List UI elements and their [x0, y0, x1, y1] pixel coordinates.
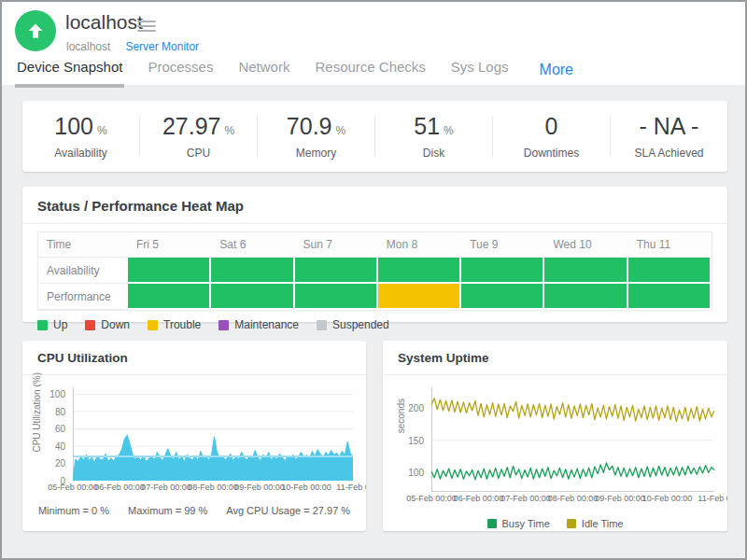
- heat-map-col-fri-5: Fri 5: [128, 232, 211, 258]
- heat-map-cell-availability-fri-5[interactable]: [128, 258, 211, 284]
- y-tick-label: 60: [55, 424, 65, 434]
- cpu-stat-text: Avg CPU Usage = 27.97 %: [226, 505, 350, 516]
- uptime-x-axis-labels: 05-Feb 00:0006-Feb 00:0007-Feb 00:0008-F…: [431, 492, 714, 504]
- stat-number: 51: [414, 113, 440, 139]
- legend-label: Suspended: [332, 318, 389, 331]
- heat-map-cell-performance-tue-9[interactable]: [461, 284, 544, 310]
- heat-map-title: Status / Performance Heat Map: [22, 187, 727, 224]
- tab-processes[interactable]: Processes: [146, 55, 215, 88]
- x-tick-label: 06-Feb 00:00: [454, 494, 504, 503]
- legend-swatch-up: [37, 320, 48, 330]
- heat-map-cell-availability-wed-10[interactable]: [544, 258, 627, 284]
- heat-map-cell-availability-sun-7[interactable]: [295, 258, 378, 284]
- heat-map-col-sat-6: Sat 6: [211, 232, 294, 258]
- uptime-y-axis-label: seconds: [396, 399, 406, 433]
- stat-sla-achieved: - NA -SLA Achieved: [611, 113, 727, 160]
- stat-unit: %: [224, 124, 234, 137]
- system-uptime-card: System Uptime seconds 100150200 05-Feb 0…: [383, 341, 727, 531]
- heat-map-cell-performance-thu-11[interactable]: [628, 284, 712, 310]
- heat-map-row-availability: Availability: [38, 258, 712, 284]
- legend-item-up: Up: [37, 318, 67, 331]
- x-tick-label: 10-Feb 00:00: [642, 494, 693, 503]
- heat-map-cell-performance-sat-6[interactable]: [211, 284, 294, 310]
- page-title: localhost: [65, 11, 143, 34]
- chart-legend-label: Busy Time: [502, 518, 550, 529]
- heat-map-cell-availability-tue-9[interactable]: [461, 258, 544, 284]
- heat-map-cell-performance-sun-7[interactable]: [295, 284, 378, 310]
- heat-map-cell-performance-mon-8[interactable]: [378, 284, 461, 310]
- legend-swatch-suspended: [317, 320, 327, 330]
- x-tick-label: 08-Feb 00:00: [188, 483, 238, 492]
- x-tick-label: 11-Feb 0: [336, 483, 366, 492]
- hamburger-menu-icon[interactable]: [137, 18, 156, 35]
- tab-more[interactable]: More: [540, 62, 573, 78]
- header: localhost localhostServer Monitor Device…: [2, 2, 745, 85]
- y-tick-label: 40: [55, 441, 65, 451]
- x-tick-label: 09-Feb 00:00: [595, 494, 645, 503]
- tab-network[interactable]: Network: [236, 55, 291, 88]
- heat-map-cell-availability-sat-6[interactable]: [211, 258, 294, 284]
- y-tick-label: 200: [408, 403, 424, 413]
- heat-map-row-performance: Performance: [38, 284, 712, 310]
- stat-number: - NA -: [640, 113, 699, 139]
- heat-map-row-label: Performance: [38, 284, 128, 310]
- legend-item-maintenance: Maintenance: [218, 318, 299, 331]
- cpu-chart-plot: 020406080100: [73, 387, 353, 481]
- stat-cpu: 27.97%CPU: [140, 113, 257, 160]
- heat-map-cell-performance-wed-10[interactable]: [544, 284, 627, 310]
- stat-value: 0: [493, 113, 610, 140]
- y-tick-label: 100: [49, 389, 65, 399]
- device-status-up-icon: [15, 10, 56, 51]
- heat-map-table: TimeFri 5Sat 6Sun 7Mon 8Tue 9Wed 10Thu 1…: [37, 231, 712, 311]
- x-tick-label: 06-Feb 00:00: [94, 483, 145, 492]
- breadcrumb: localhostServer Monitor: [66, 40, 199, 53]
- stat-unit: %: [336, 124, 346, 137]
- summary-stats-card: 100%Availability27.97%CPU70.9%Memory51%D…: [22, 101, 727, 172]
- uptime-chart-title: System Uptime: [383, 341, 727, 375]
- stat-label: Disk: [375, 147, 492, 160]
- stat-number: 0: [545, 113, 558, 139]
- x-tick-label: 07-Feb 00:00: [500, 494, 551, 503]
- legend-label: Trouble: [163, 318, 201, 331]
- tab-sys-logs[interactable]: Sys Logs: [449, 55, 511, 88]
- legend-label: Down: [101, 318, 130, 331]
- heat-map-legend: UpDownTroubleMaintenanceSuspended: [37, 318, 727, 331]
- cpu-stat-text: Maximum = 99 %: [128, 505, 207, 516]
- stat-value: - NA -: [611, 113, 727, 140]
- x-tick-label: 05-Feb 00:00: [406, 494, 457, 503]
- uptime-chart-legend: Busy TimeIdle Time: [383, 518, 727, 529]
- chart-legend-swatch: [487, 519, 497, 528]
- tab-device-snapshot[interactable]: Device Snapshot: [15, 55, 124, 88]
- legend-swatch-down: [85, 320, 95, 330]
- heat-map-cell-performance-fri-5[interactable]: [128, 284, 211, 310]
- cpu-stat-text: Minimum = 0 %: [38, 505, 109, 516]
- heat-map-header-row: TimeFri 5Sat 6Sun 7Mon 8Tue 9Wed 10Thu 1…: [38, 232, 712, 258]
- heat-map-col-sun-7: Sun 7: [295, 232, 378, 258]
- stat-value: 70.9%: [258, 113, 374, 140]
- stat-disk: 51%Disk: [375, 113, 492, 160]
- stat-value: 51%: [375, 113, 492, 140]
- stat-label: CPU: [140, 147, 257, 160]
- heat-map-col-thu-11: Thu 11: [628, 232, 712, 258]
- chart-legend-label: Idle Time: [582, 518, 624, 529]
- x-tick-label: 07-Feb 00:00: [141, 483, 191, 492]
- cpu-x-axis-labels: 05-Feb 00:0006-Feb 00:0007-Feb 00:0008-F…: [73, 481, 353, 493]
- tab-bar: Device SnapshotProcessesNetworkResource …: [15, 55, 573, 88]
- heat-map-cell-availability-mon-8[interactable]: [378, 258, 461, 284]
- x-tick-label: 09-Feb 00:00: [234, 483, 285, 492]
- stat-number: 100: [54, 113, 93, 139]
- y-tick-label: 150: [408, 435, 424, 445]
- tab-resource-checks[interactable]: Resource Checks: [313, 55, 427, 88]
- stat-value: 100%: [22, 113, 139, 140]
- stat-unit: %: [97, 124, 107, 137]
- legend-swatch-trouble: [148, 320, 158, 330]
- legend-label: Up: [53, 318, 67, 331]
- chart-legend-item-idle-time: Idle Time: [567, 518, 624, 529]
- heat-map-cell-availability-thu-11[interactable]: [628, 258, 712, 284]
- heat-map-col-tue-9: Tue 9: [461, 232, 544, 258]
- legend-item-trouble: Trouble: [148, 318, 201, 331]
- stat-value: 27.97%: [140, 113, 257, 140]
- cpu-stats-footer: Minimum = 0 %Maximum = 99 %Avg CPU Usage…: [22, 505, 366, 516]
- stat-label: Memory: [258, 147, 374, 160]
- breadcrumb-server-monitor-link[interactable]: Server Monitor: [125, 40, 199, 53]
